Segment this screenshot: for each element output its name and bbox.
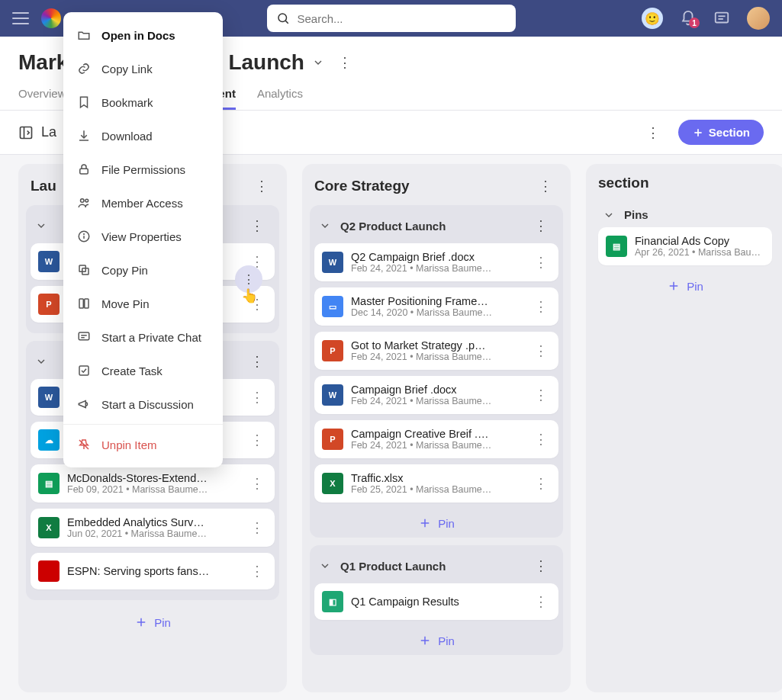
card-menu-button[interactable]: ⋮ bbox=[531, 298, 551, 315]
card-title: Master Positioning Frame… bbox=[351, 295, 523, 307]
add-pin-button[interactable]: Pin bbox=[598, 271, 772, 296]
card-title: Q1 Campaign Results bbox=[351, 596, 523, 608]
svg-rect-25 bbox=[79, 299, 83, 308]
file-card[interactable]: ▤ McDonalds-Stores-Extend…Feb 09, 2021 •… bbox=[31, 464, 275, 503]
group-menu-button[interactable]: ⋮ bbox=[244, 214, 270, 237]
add-pin-button[interactable]: Pin bbox=[314, 509, 558, 533]
assistant-avatar-icon[interactable]: 🙂 bbox=[642, 8, 663, 29]
move-icon bbox=[77, 297, 91, 310]
svg-rect-2 bbox=[716, 13, 729, 23]
menu-unpin-item[interactable]: Unpin Item bbox=[63, 428, 223, 461]
card-menu-button[interactable]: ⋮ bbox=[247, 475, 267, 492]
add-section-button[interactable]: Section bbox=[678, 120, 764, 145]
chevron-down-icon[interactable] bbox=[35, 355, 47, 368]
notifications-button[interactable]: 1 bbox=[680, 10, 697, 27]
tableau-file-icon: ◧ bbox=[322, 591, 343, 612]
user-avatar[interactable] bbox=[747, 7, 770, 30]
pin-label: Pin bbox=[438, 517, 455, 530]
salesforce-file-icon: ☁ bbox=[38, 429, 60, 451]
card-menu-button[interactable]: ⋮ bbox=[247, 519, 267, 536]
file-card[interactable]: XTraffic.xlsxFeb 25, 2021 • Marissa Baum… bbox=[314, 464, 558, 503]
file-card[interactable]: X Embedded Analytics Surv…Jun 02, 2021 •… bbox=[31, 509, 275, 547]
hamburger-icon[interactable] bbox=[12, 10, 29, 27]
menu-create-task[interactable]: Create Task bbox=[63, 354, 223, 387]
file-card[interactable]: ESPN: Serving sports fans… ⋮ bbox=[31, 553, 275, 589]
file-card[interactable]: WCampaign Brief .docxFeb 24, 2021 • Mari… bbox=[314, 376, 558, 414]
card-menu-button[interactable]: ⋮ bbox=[531, 593, 551, 610]
bookmark-icon bbox=[77, 95, 91, 109]
card-menu-button[interactable]: ⋮ bbox=[531, 254, 551, 271]
column-menu-button[interactable]: ⋮ bbox=[249, 175, 275, 197]
search-input[interactable] bbox=[298, 12, 507, 25]
add-pin-button[interactable]: Pin bbox=[26, 608, 279, 632]
menu-open-in-docs[interactable]: Open in Docs bbox=[63, 18, 223, 52]
chevron-down-icon[interactable] bbox=[319, 220, 331, 232]
chevron-down-icon[interactable] bbox=[319, 560, 331, 572]
panel-icon[interactable] bbox=[18, 125, 34, 140]
context-menu: Open in Docs Copy Link Bookmark Download… bbox=[63, 12, 223, 467]
global-search[interactable] bbox=[267, 5, 516, 32]
file-card[interactable]: PCampaign Creative Breif .…Feb 24, 2021 … bbox=[314, 420, 558, 458]
file-card[interactable]: WQ2 Campaign Brief .docxFeb 24, 2021 • M… bbox=[314, 243, 558, 281]
link-icon bbox=[77, 62, 91, 75]
menu-bookmark[interactable]: Bookmark bbox=[63, 85, 223, 119]
chevron-down-icon[interactable] bbox=[35, 220, 47, 232]
card-menu-button[interactable]: ⋮ bbox=[531, 387, 551, 403]
chevron-down-icon[interactable] bbox=[603, 209, 615, 221]
copy-icon bbox=[77, 263, 91, 277]
menu-copy-pin[interactable]: Copy Pin bbox=[63, 253, 223, 287]
svg-line-1 bbox=[285, 21, 288, 23]
pin-label: Pin bbox=[154, 616, 171, 629]
gdoc-file-icon: ▭ bbox=[322, 296, 343, 317]
card-title: Campaign Creative Breif .… bbox=[351, 428, 523, 440]
tab-analytics[interactable]: Analytics bbox=[257, 87, 303, 110]
page-menu-button[interactable]: ⋮ bbox=[332, 51, 358, 74]
card-menu-button[interactable]: ⋮ bbox=[531, 475, 551, 492]
group-pins: Pins ▤Financial Ads CopyApr 26, 2021 • M… bbox=[594, 199, 777, 300]
group-menu-button[interactable]: ⋮ bbox=[528, 214, 554, 237]
card-menu-button[interactable]: ⋮ bbox=[531, 342, 551, 359]
active-card-menu-button[interactable]: ⋮ bbox=[235, 265, 262, 293]
toolbar-menu-button[interactable]: ⋮ bbox=[640, 121, 666, 144]
powerpoint-file-icon: P bbox=[322, 340, 343, 361]
group-menu-button[interactable]: ⋮ bbox=[528, 554, 554, 577]
pin-label: Pin bbox=[687, 280, 703, 293]
menu-move-pin[interactable]: Move Pin bbox=[63, 287, 223, 320]
card-menu-button[interactable]: ⋮ bbox=[247, 389, 267, 406]
menu-member-access[interactable]: Member Access bbox=[63, 186, 223, 220]
app-logo[interactable] bbox=[41, 8, 61, 28]
file-card[interactable]: ◧Q1 Campaign Results⋮ bbox=[314, 583, 558, 620]
group-menu-button[interactable]: ⋮ bbox=[244, 350, 270, 373]
menu-download[interactable]: Download bbox=[63, 119, 223, 153]
plus-icon bbox=[667, 279, 681, 293]
tab-overview[interactable]: Overview bbox=[18, 87, 66, 110]
menu-copy-link[interactable]: Copy Link bbox=[63, 52, 223, 85]
card-menu-button[interactable]: ⋮ bbox=[531, 431, 551, 448]
column-title: Core Strategy bbox=[314, 178, 410, 194]
file-card[interactable]: ▤Financial Ads CopyApr 26, 2021 • Mariss… bbox=[598, 227, 772, 265]
word-file-icon: W bbox=[322, 384, 343, 406]
column-section: section Pins ▤Financial Ads CopyApr 26, … bbox=[586, 164, 782, 692]
menu-start-discussion[interactable]: Start a Discussion bbox=[63, 387, 223, 421]
file-card[interactable]: ▭Master Positioning Frame…Dec 14, 2020 •… bbox=[314, 287, 558, 326]
plus-icon bbox=[418, 634, 432, 647]
card-menu-button[interactable]: ⋮ bbox=[247, 432, 267, 448]
card-menu-button[interactable]: ⋮ bbox=[247, 563, 267, 580]
group-title-text: Q2 Product Launch bbox=[340, 220, 446, 233]
chat-icon bbox=[77, 330, 91, 344]
menu-file-permissions[interactable]: File Permissions bbox=[63, 153, 223, 186]
card-meta: Dec 14, 2020 • Marissa Baume… bbox=[351, 307, 523, 318]
chat-icon[interactable] bbox=[713, 10, 730, 27]
card-menu-button[interactable]: ⋮ bbox=[247, 296, 267, 313]
column-menu-button[interactable]: ⋮ bbox=[533, 175, 558, 197]
menu-view-properties[interactable]: View Properties bbox=[63, 220, 223, 253]
menu-private-chat[interactable]: Start a Private Chat bbox=[63, 320, 223, 354]
title-chevron-down-icon[interactable] bbox=[312, 56, 324, 69]
card-meta: Feb 09, 2021 • Marissa Baume… bbox=[67, 484, 240, 495]
add-pin-button[interactable]: Pin bbox=[314, 626, 558, 650]
svg-point-22 bbox=[84, 234, 85, 235]
file-card[interactable]: PGot to Market Strategy .p…Feb 24, 2021 … bbox=[314, 332, 558, 370]
card-meta: Feb 24, 2021 • Marissa Baume… bbox=[351, 440, 523, 451]
task-icon bbox=[77, 364, 91, 377]
svg-point-19 bbox=[85, 199, 88, 202]
